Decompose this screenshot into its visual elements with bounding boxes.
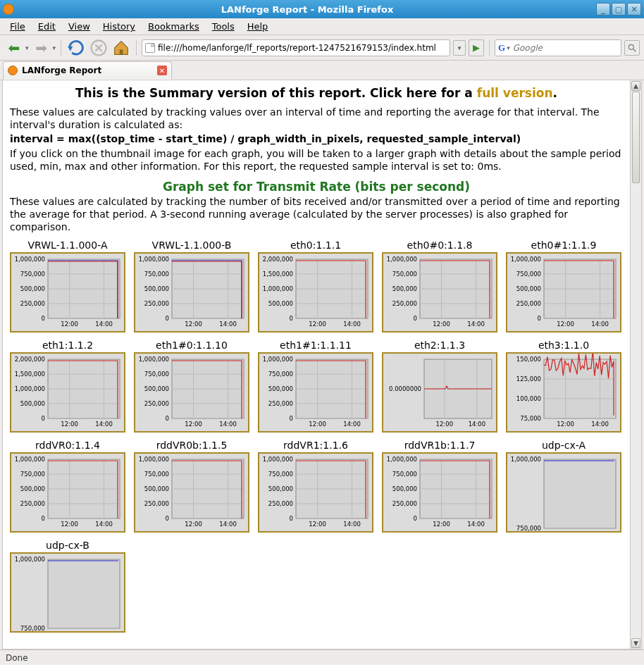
url-input[interactable] <box>158 43 447 53</box>
chart-thumbnail[interactable]: 1,000,000750,000500,000250,000012:0014:0… <box>134 452 249 533</box>
svg-text:75,000: 75,000 <box>520 415 541 422</box>
back-history-caret[interactable]: ▾ <box>25 44 29 51</box>
menu-help[interactable]: Help <box>242 20 274 33</box>
svg-text:100,000: 100,000 <box>516 395 541 402</box>
chart-thumbnail[interactable]: 1,000,000750,000 <box>506 452 621 533</box>
svg-text:0: 0 <box>290 415 293 422</box>
svg-rect-227 <box>48 559 120 628</box>
chart-title: eth1:1.1.2 <box>10 340 125 351</box>
vertical-scrollbar[interactable]: ▲ ▼ <box>630 80 641 649</box>
menu-history[interactable]: History <box>97 20 141 33</box>
svg-text:750,000: 750,000 <box>268 471 293 478</box>
url-history-dropdown[interactable]: ▾ <box>453 40 466 56</box>
back-button[interactable]: ⬅ <box>4 38 24 58</box>
section-title: Graph set for Transmit Rate (bits per se… <box>10 180 623 194</box>
chart-thumbnail[interactable]: 1,000,000750,000500,000250,000012:0014:0… <box>258 352 373 433</box>
chart-grid: VRWL-1.1.000-A1,000,000750,000500,000250… <box>10 240 623 633</box>
chart-thumbnail[interactable]: 1,000,000750,000500,000250,000012:0014:0… <box>10 452 125 533</box>
scroll-down-button[interactable]: ▼ <box>631 638 640 648</box>
chart-cell: rddVR0:1.1.41,000,000750,000500,000250,0… <box>10 440 125 533</box>
forward-button[interactable]: ➡ <box>32 38 51 58</box>
menu-file[interactable]: File <box>4 20 31 33</box>
svg-text:12:00: 12:00 <box>436 421 454 428</box>
svg-text:1,000,000: 1,000,000 <box>263 456 293 463</box>
intro-paragraph: These values are calculated by tracking … <box>10 106 623 131</box>
chart-thumbnail[interactable]: 1,000,000750,000500,000250,000012:0014:0… <box>506 252 621 332</box>
svg-text:750,000: 750,000 <box>144 471 169 478</box>
svg-text:750,000: 750,000 <box>20 625 45 631</box>
chart-thumbnail[interactable]: 0.000000012:0014:00 <box>382 352 497 433</box>
svg-text:12:00: 12:00 <box>309 321 326 328</box>
svg-rect-3 <box>120 49 123 54</box>
arrow-right-icon: ➡ <box>35 39 47 56</box>
chart-thumbnail[interactable]: 1,000,000750,000500,000250,000012:0014:0… <box>134 252 249 332</box>
page-icon <box>145 43 155 53</box>
svg-text:14:00: 14:00 <box>95 521 113 528</box>
chart-title: rddVR0:1.1.4 <box>10 440 125 451</box>
google-icon: G <box>498 42 505 54</box>
svg-text:1,000,000: 1,000,000 <box>387 456 417 463</box>
chart-cell: VRWL-1.1.000-A1,000,000750,000500,000250… <box>10 240 125 332</box>
search-button[interactable] <box>624 40 640 56</box>
svg-text:12:00: 12:00 <box>309 521 326 528</box>
chart-title: eth0:1.1.1 <box>258 240 373 251</box>
svg-text:750,000: 750,000 <box>268 371 293 378</box>
full-version-link[interactable]: full version <box>477 86 553 100</box>
reload-button[interactable] <box>66 38 86 58</box>
section-description: These values are calculated by tracking … <box>10 195 623 234</box>
chart-thumbnail[interactable]: 2,000,0001,500,0001,000,000500,000012:00… <box>258 252 373 332</box>
chart-title: VRWL-1.1.000-B <box>134 240 249 251</box>
svg-text:14:00: 14:00 <box>219 521 237 528</box>
window-maximize-button[interactable]: ▢ <box>612 3 626 15</box>
search-bar[interactable]: G▾ <box>495 39 621 56</box>
svg-text:250,000: 250,000 <box>144 400 169 407</box>
menu-bookmarks[interactable]: Bookmarks <box>142 20 205 33</box>
chart-thumbnail[interactable]: 1,000,000750,000 <box>10 552 125 633</box>
svg-text:1,000,000: 1,000,000 <box>263 356 293 363</box>
status-text: Done <box>6 653 28 663</box>
url-bar[interactable] <box>142 39 450 56</box>
svg-text:0: 0 <box>290 315 293 322</box>
chart-thumbnail[interactable]: 1,000,000750,000500,000250,000012:0014:0… <box>382 252 497 332</box>
svg-text:750,000: 750,000 <box>20 271 45 278</box>
svg-text:14:00: 14:00 <box>467 321 485 328</box>
svg-text:12:00: 12:00 <box>433 321 450 328</box>
stop-button[interactable] <box>89 38 109 58</box>
chart-thumbnail[interactable]: 1,000,000750,000500,000250,000012:0014:0… <box>134 352 249 433</box>
page-content: This is the Summary version of this repo… <box>3 80 630 649</box>
close-tab-button[interactable]: ✕ <box>157 66 167 75</box>
separator <box>489 40 490 56</box>
svg-text:14:00: 14:00 <box>343 421 361 428</box>
chart-title: rddVR1:1.1.6 <box>258 440 373 451</box>
menubar: File Edit View History Bookmarks Tools H… <box>0 18 644 35</box>
reload-icon <box>66 38 86 58</box>
search-input[interactable] <box>513 43 619 53</box>
chart-thumbnail[interactable]: 2,000,0001,500,0001,000,000500,000012:00… <box>10 352 125 433</box>
chart-cell: rddVR0b:1.1.51,000,000750,000500,000250,… <box>134 440 249 533</box>
chart-thumbnail[interactable]: 1,000,000750,000500,000250,000012:0014:0… <box>10 252 125 332</box>
go-button[interactable]: ▶ <box>469 39 484 56</box>
chart-thumbnail[interactable]: 1,000,000750,000500,000250,000012:0014:0… <box>258 452 373 533</box>
navigation-toolbar: ⬅ ▾ ➡ ▾ ▾ ▶ G▾ <box>0 35 644 61</box>
chart-title: udp-cx-B <box>10 540 125 551</box>
home-button[interactable] <box>111 38 131 58</box>
menu-view[interactable]: View <box>63 20 96 33</box>
menu-tools[interactable]: Tools <box>206 20 240 33</box>
chart-thumbnail[interactable]: 1,000,000750,000500,000250,000012:0014:0… <box>382 452 497 533</box>
svg-text:12:00: 12:00 <box>61 521 78 528</box>
svg-text:14:00: 14:00 <box>343 321 361 328</box>
chart-title: rddVR1b:1.1.7 <box>382 440 497 451</box>
chart-thumbnail[interactable]: 150,000125,000100,00075,00012:0014:00 <box>506 352 621 433</box>
scroll-up-button[interactable]: ▲ <box>631 81 640 91</box>
scroll-thumb[interactable] <box>632 92 640 183</box>
svg-text:500,000: 500,000 <box>20 400 45 407</box>
tab-active[interactable]: LANforge Report ✕ <box>3 61 172 80</box>
svg-point-4 <box>628 44 633 49</box>
menu-edit[interactable]: Edit <box>32 20 61 33</box>
window-close-button[interactable]: ✕ <box>627 3 641 15</box>
search-engine-caret[interactable]: ▾ <box>507 44 510 51</box>
svg-text:250,000: 250,000 <box>144 300 169 307</box>
window-minimize-button[interactable]: _ <box>596 3 610 15</box>
fwd-history-caret[interactable]: ▾ <box>53 44 56 51</box>
svg-text:500,000: 500,000 <box>268 300 293 307</box>
